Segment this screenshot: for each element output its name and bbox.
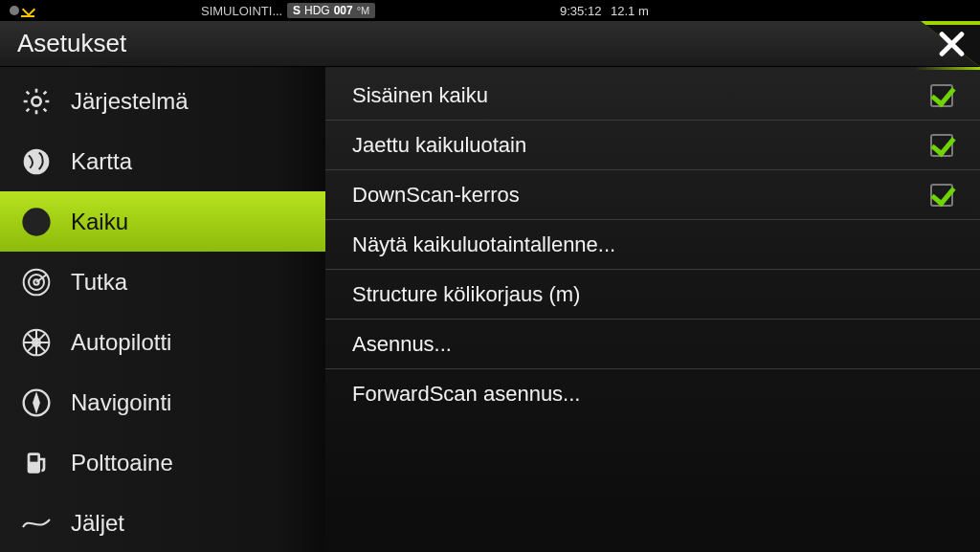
settings-header: Asetukset — [0, 21, 980, 67]
svg-point-3 — [34, 220, 38, 224]
checkbox-internal-echo[interactable] — [930, 84, 953, 107]
sim-label: SIMULOINTI... — [201, 4, 282, 18]
hdg-label: HDG — [304, 4, 330, 17]
sidebar-item-label: Navigointi — [71, 389, 171, 416]
row-forwardscan-install[interactable]: ForwardScan asennus... — [325, 369, 980, 419]
compass-icon — [19, 386, 54, 420]
hdg-value: 007 — [334, 4, 353, 17]
fuel-icon — [19, 446, 54, 480]
row-label: DownScan-kerros — [352, 183, 520, 208]
row-label: Asennus... — [352, 332, 452, 357]
svg-point-1 — [24, 148, 50, 174]
sidebar-item-chart[interactable]: Kartta — [0, 131, 325, 191]
row-label: Sisäinen kaiku — [352, 83, 488, 108]
status-bar: SIMULOINTI... S HDG 007 °M 9:35:12 12.1 … — [0, 0, 980, 21]
settings-body: Järjestelmä Kartta Kaiku — [0, 67, 980, 552]
row-downscan-overlay[interactable]: DownScan-kerros — [325, 170, 980, 220]
clock: 9:35:12 — [560, 4, 601, 18]
row-view-sonar-log[interactable]: Näytä kaikuluotaintallenne... — [325, 220, 980, 270]
checkbox-downscan-overlay[interactable] — [930, 184, 953, 207]
sidebar-item-system[interactable]: Järjestelmä — [0, 71, 325, 131]
globe-icon — [19, 144, 54, 179]
row-internal-echo[interactable]: Sisäinen kaiku — [325, 71, 980, 121]
sidebar-item-label: Kartta — [71, 148, 132, 175]
sidebar-item-echo[interactable]: Kaiku — [0, 191, 325, 252]
sidebar-item-label: Järjestelmä — [71, 88, 189, 115]
page-title: Asetukset — [17, 29, 126, 58]
row-label: Structure kölikorjaus (m) — [352, 282, 580, 307]
svg-marker-15 — [33, 395, 38, 410]
depth-readout: 12.1 m — [611, 4, 649, 18]
track-icon — [19, 506, 54, 541]
row-installation[interactable]: Asennus... — [325, 320, 980, 369]
close-icon — [936, 30, 965, 58]
sidebar-item-fuel[interactable]: Polttoaine — [0, 432, 325, 493]
sidebar-item-label: Autopilotti — [71, 329, 171, 356]
status-indicators — [10, 4, 34, 17]
radar-icon — [19, 265, 54, 299]
hdg-prefix: S — [293, 4, 301, 17]
row-structure-keel-offset[interactable]: Structure kölikorjaus (m) — [325, 270, 980, 320]
sidebar-item-navigation[interactable]: Navigointi — [0, 372, 325, 432]
sidebar-item-radar[interactable]: Tutka — [0, 252, 325, 312]
row-label: Jaettu kaikuluotain — [352, 133, 526, 158]
sidebar-item-label: Tutka — [71, 269, 127, 296]
hdg-unit: °M — [357, 5, 370, 16]
sidebar-item-tracks[interactable]: Jäljet — [0, 493, 325, 552]
row-label: Näytä kaikuluotaintallenne... — [352, 232, 615, 257]
sonar-icon — [19, 205, 54, 239]
gear-icon — [19, 84, 54, 119]
row-label: ForwardScan asennus... — [352, 382, 580, 407]
svg-rect-17 — [30, 455, 37, 462]
wheel-icon — [19, 325, 54, 360]
settings-sidebar: Järjestelmä Kartta Kaiku — [0, 67, 325, 552]
sidebar-item-label: Polttoaine — [71, 450, 173, 476]
checkbox-shared-sonar[interactable] — [930, 134, 953, 157]
status-dot-icon — [10, 6, 19, 15]
row-shared-sonar[interactable]: Jaettu kaikuluotain — [325, 121, 980, 170]
settings-content: Sisäinen kaiku Jaettu kaikuluotain DownS… — [325, 67, 980, 552]
svg-point-0 — [32, 97, 40, 105]
sidebar-item-label: Jäljet — [71, 510, 124, 537]
sidebar-item-autopilot[interactable]: Autopilotti — [0, 312, 325, 372]
sidebar-item-label: Kaiku — [71, 209, 128, 235]
heading-badge: S HDG 007 °M — [287, 3, 375, 18]
close-button[interactable] — [894, 21, 980, 67]
download-icon — [21, 4, 34, 17]
content-accent — [325, 67, 980, 70]
